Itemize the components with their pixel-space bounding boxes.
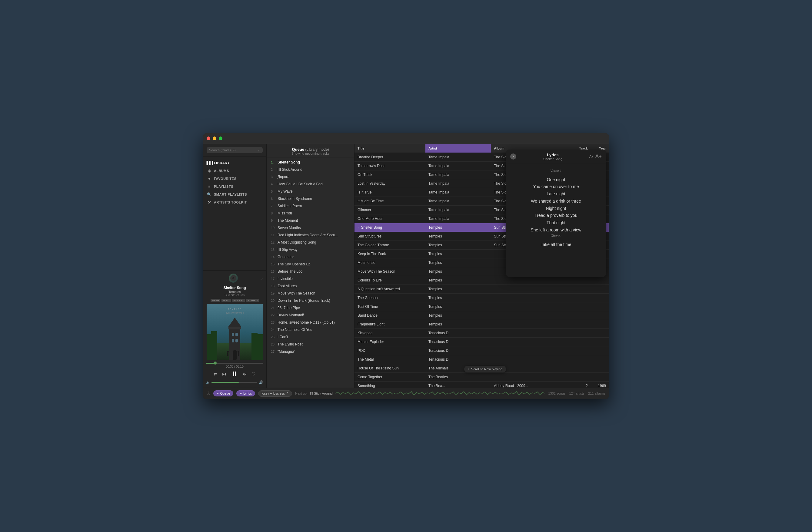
queue-title: Queue (Library mode) [271, 147, 350, 152]
queue-item[interactable]: 17. Invincible [266, 275, 354, 282]
sidebar-item-library[interactable]: ▐▐▐ LIBRARY [203, 159, 266, 167]
queue-item-num: 17. [271, 277, 277, 281]
queue-item[interactable]: 13. I'll Slip Away [266, 246, 354, 253]
queue-list[interactable]: 1. Shelter Song ♪ 2. I'll Stick Around 3… [266, 157, 354, 388]
sidebar-item-artists-toolkit[interactable]: ⚒ ARTIST'S TOOLKIT [203, 198, 266, 206]
favourite-button[interactable]: ♡ [252, 372, 256, 376]
queue-item[interactable]: 26. The Dying Poet [266, 341, 354, 348]
fullscreen-button[interactable] [219, 137, 222, 140]
cell-title: Fragment's Light [354, 320, 425, 328]
artists-stat: 124 artists [569, 392, 584, 395]
lyrics-bottom-button[interactable]: ≡ Lyrics [236, 390, 255, 396]
cell-album [491, 278, 572, 282]
sidebar-item-playlists[interactable]: ≡ PLAYLISTS [203, 183, 266, 191]
queue-item[interactable]: 15. The Sky Opened Up [266, 261, 354, 268]
queue-item[interactable]: 7. Soldier's Poem [266, 202, 354, 210]
queue-item-num: 23. [271, 321, 277, 324]
close-button[interactable] [207, 137, 210, 140]
queue-item[interactable]: 6. Stockholm Syndrome [266, 195, 354, 202]
table-row[interactable]: POD Tenacious D [354, 346, 609, 355]
table-row[interactable]: Test Of Time Temples [354, 303, 609, 311]
cell-artist: Temples [425, 311, 491, 320]
play-pause-button[interactable]: ⏸ [231, 370, 238, 378]
shuffle-button[interactable]: ⇄ [214, 372, 217, 376]
queue-item[interactable]: 16. Before The Loo [266, 268, 354, 275]
lyrics-song-name: Shelter Song [519, 157, 587, 161]
lyrics-close-button[interactable]: ✕ [510, 153, 516, 159]
queue-item[interactable]: 18. Zoot Allures [266, 282, 354, 290]
table-row[interactable]: A Question Isn't Answered Temples [354, 285, 609, 294]
queue-item[interactable]: 1. Shelter Song ♪ [266, 159, 354, 166]
queue-item[interactable]: 27. "Managua" [266, 348, 354, 355]
font-increase-button[interactable]: A+ [595, 153, 602, 159]
expand-player-icon[interactable]: ⤢ [260, 277, 263, 281]
cell-year [591, 322, 609, 326]
cell-title: Test Of Time [354, 303, 425, 311]
table-row[interactable]: Colours To Life Temples [354, 276, 609, 285]
font-decrease-button[interactable]: A+ [589, 155, 594, 158]
col-header-title[interactable]: Title [354, 144, 425, 153]
queue-item[interactable]: 10. Seven Months [266, 224, 354, 232]
table-row[interactable]: Kickapoo Tenacious D [354, 329, 609, 338]
queue-item[interactable]: 19. Move With The Season [266, 290, 354, 297]
cell-title: Move With The Season [354, 267, 425, 276]
table-row[interactable]: Something The Bea... Abbey Road - 2009..… [354, 381, 609, 388]
sidebar-item-smart-playlists[interactable]: 🔍 SMART PLAYLISTS [203, 191, 266, 198]
queue-btn-icon: ≡ [217, 392, 218, 395]
queue-item[interactable]: 4. How Could I Be Such A Fool [266, 181, 354, 188]
cell-title: Something [354, 381, 425, 388]
table-row[interactable]: The Metal Tenacious D [354, 355, 609, 364]
progress-bar-container[interactable]: 00:30 / 03:10 [206, 363, 263, 368]
queue-item-title: Дорога [277, 175, 289, 179]
scroll-now-playing-button[interactable]: ♪ Scroll to Now playing [464, 366, 506, 373]
queue-bottom-button[interactable]: ≡ Queue [213, 390, 233, 396]
queue-item-num: 14. [271, 255, 277, 259]
queue-item[interactable]: 9. The Moment [266, 217, 354, 224]
cell-artist: Tenacious D [425, 338, 491, 346]
queue-item-num: 2. [271, 168, 277, 171]
volume-bar: 🔈 🔊 [206, 380, 263, 384]
queue-item[interactable]: 5. My Wave [266, 188, 354, 195]
queue-item-num: 4. [271, 182, 277, 186]
queue-item[interactable]: 14. Generator [266, 253, 354, 261]
cell-track [572, 296, 591, 300]
cell-album [491, 357, 572, 362]
table-row[interactable]: The Guesser Temples [354, 294, 609, 303]
queue-item[interactable]: 22. Вечно Молодой [266, 311, 354, 319]
sidebar-item-albums[interactable]: ◎ ALBUMS [203, 167, 266, 175]
previous-button[interactable]: ⏮ [222, 372, 226, 376]
queue-item[interactable]: 24. The Nearness Of You [266, 326, 354, 333]
search-input[interactable] [209, 148, 256, 152]
lyrics-body[interactable]: Verse 1One nightYou came on over to meLa… [506, 164, 606, 277]
queue-item[interactable]: 20. Down In The Park (Bonus Track) [266, 297, 354, 304]
queue-item[interactable]: 23. Home, sweet home RO117 (Op 51) [266, 319, 354, 326]
svg-rect-12 [232, 333, 234, 336]
volume-track[interactable] [212, 382, 257, 383]
queue-item[interactable]: 11. Red Light Indicates Doors Are Secu..… [266, 232, 354, 239]
list-icon: ≡ [207, 184, 212, 188]
queue-item[interactable]: 8. Miss You [266, 210, 354, 217]
queue-item[interactable]: 25. I Can't [266, 333, 354, 341]
table-row[interactable]: Sand Dance Temples [354, 311, 609, 320]
queue-item[interactable]: 2. I'll Stick Around [266, 166, 354, 173]
lyrics-panel-title: Lyrics [519, 153, 587, 157]
queue-item[interactable]: 21. 96. 7 the Pipe [266, 304, 354, 311]
next-button[interactable]: ⏭ [243, 372, 247, 376]
quality-selector[interactable]: lossy + lossless ⌃ [258, 390, 292, 397]
table-row[interactable]: Come Together The Beatles [354, 373, 609, 381]
search-box[interactable]: ⌕ [207, 147, 263, 153]
progress-track[interactable] [206, 363, 263, 364]
sidebar-item-favourites[interactable]: ♥ FAVOURITES [203, 175, 266, 183]
toolkit-icon: ⚒ [207, 200, 212, 205]
table-row[interactable]: Fragment's Light Temples [354, 320, 609, 329]
sidebar-label-artists-toolkit: ARTIST'S TOOLKIT [214, 200, 247, 204]
lyrics-line: We shared a drink or three [512, 198, 600, 205]
queue-item[interactable]: 3. Дорога [266, 173, 354, 181]
minimize-button[interactable] [213, 137, 216, 140]
queue-item-num: 15. [271, 262, 277, 266]
queue-item-num: 10. [271, 226, 277, 229]
col-header-artist[interactable]: Artist ↓ [425, 144, 491, 153]
queue-item-title: The Nearness Of You [277, 327, 313, 332]
queue-item[interactable]: 12. A Most Disgusting Song [266, 239, 354, 246]
table-row[interactable]: Master Exploder Tenacious D [354, 338, 609, 346]
